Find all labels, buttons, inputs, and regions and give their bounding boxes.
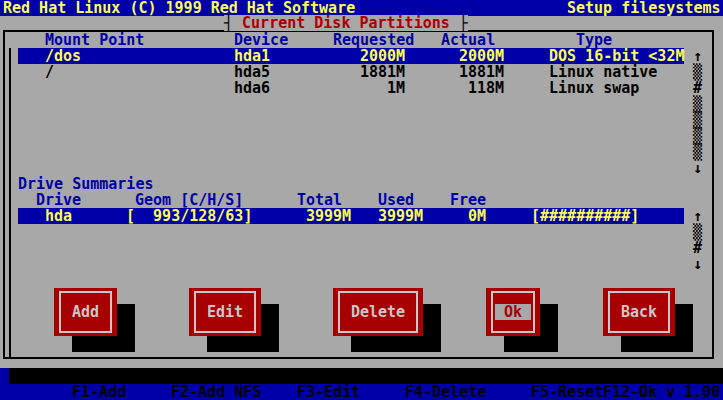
dialog-title: ┤ Current Disk Partitions ├ [224,15,468,31]
partition-device[interactable]: hda5 [234,64,270,80]
page-title: Current Disk Partitions [233,14,459,32]
scrollbar-thumb[interactable]: # [693,80,702,96]
drive-name[interactable]: hda [45,208,72,224]
partition-actual[interactable]: 1881M [459,64,504,80]
col-header-type: Type [576,32,612,48]
title-tick-left: ┤ [224,14,233,32]
partition-type[interactable]: DOS 16-bit <32M [549,48,684,64]
back-button-label: Back [621,304,657,320]
scrollbar-track[interactable]: ▒ [693,112,702,128]
fkey-f2-add-nfs[interactable]: F2-Add NFS [171,384,261,400]
fkey-f12-ok[interactable]: F12-Ok [603,384,657,400]
version-label: v 1.00 [666,384,720,400]
title-tick-right: ├ [459,14,468,32]
partition-mount[interactable]: / [45,64,54,80]
col-header-drive: Drive [36,192,81,208]
col-header-requested: Requested [333,32,414,48]
add-button[interactable]: Add [54,288,117,336]
drive-summaries-label: Drive Summaries [18,176,153,192]
drive-usage-bar: [##########] [531,208,639,224]
col-header-free: Free [450,192,486,208]
screen-background [0,368,9,384]
edit-button-label: Edit [207,304,243,320]
col-header-actual: Actual [441,32,495,48]
partition-device[interactable]: hda1 [234,48,270,64]
partition-type[interactable]: Linux swap [549,80,639,96]
delete-button[interactable]: Delete [333,288,423,336]
col-header-used: Used [378,192,414,208]
scrollbar-track[interactable]: ▒ [693,64,702,80]
function-key-bar: F1-Add F2-Add NFS F3-Edit F4-Delete F5-R… [0,384,723,400]
drive-total[interactable]: 3999M [306,208,351,224]
scroll-up-icon[interactable]: ↑ [693,48,702,64]
col-header-device: Device [234,32,288,48]
partition-requested[interactable]: 1M [387,80,405,96]
partition-device[interactable]: hda6 [234,80,270,96]
col-header-mount-point: Mount Point [45,32,144,48]
fkey-f5-reset[interactable]: F5-Reset [531,384,603,400]
partition-actual[interactable]: 2000M [459,48,504,64]
scroll-up-icon[interactable]: ↑ [693,208,702,224]
partition-requested[interactable]: 2000M [360,48,405,64]
edit-button[interactable]: Edit [189,288,261,336]
col-header-geom: Geom [C/H/S] [135,192,243,208]
scrollbar-track[interactable]: ▒ [693,128,702,144]
scrollbar-track[interactable]: ▒ [693,96,702,112]
drive-free[interactable]: 0M [468,208,486,224]
partition-requested[interactable]: 1881M [360,64,405,80]
back-button[interactable]: Back [603,288,675,336]
fkey-f4-delete[interactable]: F4-Delete [405,384,486,400]
drive-geometry[interactable]: [ 993/128/63] [126,208,252,224]
partition-type[interactable]: Linux native [549,64,657,80]
delete-button-label: Delete [351,304,405,320]
scroll-down-icon[interactable]: ↓ [693,256,702,272]
scrollbar-track[interactable]: ▒ [693,224,702,240]
dialog-inner-border [9,48,11,358]
ok-button-label: Ok [495,304,531,320]
add-button-label: Add [72,304,99,320]
ok-button[interactable]: Ok [486,288,540,336]
dialog-shadow [9,368,723,384]
scrollbar-track[interactable]: ▒ [693,144,702,160]
installer-screen: Red Hat Linux (C) 1999 Red Hat Software … [0,0,723,400]
col-header-total: Total [297,192,342,208]
step-title: Setup filesystems [567,0,721,16]
fkey-f1-add[interactable]: F1-Add [72,384,126,400]
scroll-down-icon[interactable]: ↓ [693,160,702,176]
partition-actual[interactable]: 118M [468,80,504,96]
drive-used[interactable]: 3999M [378,208,423,224]
scrollbar-thumb[interactable]: # [693,240,702,256]
partition-mount[interactable]: /dos [45,48,81,64]
fkey-f3-edit[interactable]: F3-Edit [297,384,360,400]
